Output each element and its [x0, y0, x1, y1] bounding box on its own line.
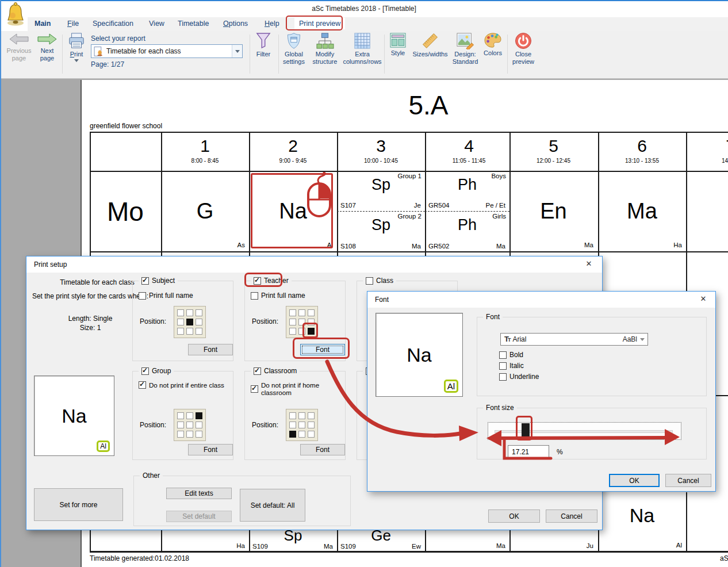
period-header: 512:00 - 12:45 [509, 132, 597, 171]
card-preview: Na Al [376, 313, 463, 397]
set-default-button[interactable]: Set default [166, 511, 232, 522]
menu-item-specification[interactable]: Specification [93, 20, 133, 28]
menu-item-main[interactable]: Main [35, 20, 51, 28]
teacher-font-button[interactable]: Font [300, 344, 345, 355]
font-dialog: Font ✕ Na Al Font TT Arial AaBl Bold Ita… [367, 291, 716, 492]
lesson-cell[interactable]: Ge S109 Ew [337, 528, 425, 551]
print-button[interactable]: Print [64, 32, 89, 62]
lesson-cell[interactable]: Sp S109 Ma [249, 528, 337, 551]
period-header: 18:00 - 8:45 [161, 132, 249, 171]
report-select-label: Select your report [91, 35, 145, 43]
teacher-position-grid[interactable] [286, 306, 318, 338]
edit-texts-button[interactable]: Edit texts [166, 488, 232, 499]
other-group: Other Edit texts Set default Set default… [133, 476, 351, 526]
lesson-cell[interactable]: G As [161, 171, 249, 251]
menu-item-timetable[interactable]: Timetable [178, 20, 209, 28]
close-icon[interactable]: ✕ [697, 294, 710, 305]
classroom-font-button[interactable]: Font [300, 444, 345, 455]
filter-button[interactable]: Filter [251, 32, 276, 58]
modify-structure-button[interactable]: Modifystructure [308, 32, 342, 66]
lesson-cell[interactable]: Na Al [598, 492, 686, 551]
slider-thumb[interactable] [522, 423, 530, 439]
footer-generated: Timetable generated:01.02.2018 [90, 554, 189, 562]
group-position-grid[interactable] [174, 409, 206, 441]
window-border-left [0, 0, 1, 567]
lesson-cell[interactable]: Ma Ha [598, 171, 686, 251]
report-select-dropdown-button[interactable] [232, 45, 242, 58]
period-header: 714:00 - [687, 132, 728, 171]
lesson-cell[interactable]: En Ma [509, 171, 597, 251]
period-header: 411:05 - 11:45 [425, 132, 513, 171]
school-name: greenfield flower school [90, 122, 162, 130]
extra-columns-rows-button[interactable]: Extracolumns/rows [343, 32, 382, 66]
teacher-fullname-checkbox[interactable] [251, 292, 258, 300]
report-icon [94, 47, 104, 56]
lesson-cell[interactable]: Ma [425, 529, 509, 551]
group-checkbox[interactable] [141, 367, 149, 375]
font-sample: AaBl [623, 335, 637, 343]
set-for-more-button[interactable]: Set for more [34, 488, 123, 521]
font-size-input[interactable] [508, 445, 549, 458]
teacher-checkbox[interactable] [254, 277, 261, 285]
report-select[interactable]: Timetable for each class [91, 44, 243, 58]
dialog-title-bar: Font ✕ [367, 292, 715, 308]
bold-checkbox[interactable] [499, 351, 507, 359]
menu-item-help[interactable]: Help [265, 20, 279, 28]
style-button[interactable]: Style [386, 32, 409, 57]
font-size-slider[interactable] [488, 422, 681, 440]
subject-position-grid[interactable] [174, 306, 206, 338]
sizes-widths-button[interactable]: Sizes/widths [411, 32, 450, 58]
menu-item-options[interactable]: Options [223, 20, 248, 28]
classroom-checkbox[interactable] [254, 367, 261, 375]
font-group: Font TT Arial AaBl Bold Italic Underline [477, 317, 707, 396]
design-standard-button[interactable]: Design:Standard [451, 32, 480, 66]
palette-icon [484, 32, 502, 48]
ok-button[interactable]: OK [609, 474, 660, 487]
italic-checkbox[interactable] [499, 362, 507, 370]
card-preview: Na Al [34, 376, 114, 456]
lesson-cell-split[interactable]: Boys Ph GR504 Pe / Et Girls Ph GR502 Ma [425, 171, 509, 251]
set-default-all-button[interactable]: Set default: All [240, 489, 305, 522]
window-title: aSc Timetables 2018 - [Timetable] [0, 0, 728, 13]
classroom-position-grid[interactable] [286, 409, 318, 441]
colors-button[interactable]: Colors [481, 32, 505, 57]
lesson-cell[interactable]: Ha [161, 529, 249, 551]
printer-icon [68, 32, 85, 49]
close-icon[interactable]: ✕ [583, 259, 595, 270]
underline-checkbox[interactable] [499, 373, 507, 381]
separator [278, 35, 279, 74]
chevron-down-icon [74, 59, 79, 62]
previous-page-button[interactable]: Previouspage [3, 32, 35, 62]
shield-icon [286, 32, 302, 49]
close-preview-button[interactable]: Closepreview [509, 32, 537, 66]
menu-item-view[interactable]: View [149, 20, 164, 28]
class-checkbox[interactable] [366, 277, 373, 285]
subject-fullname-checkbox[interactable] [139, 292, 146, 300]
font-select-dropdown-button[interactable] [637, 334, 647, 345]
font-size-group: Font size % [477, 408, 707, 459]
lesson-cell[interactable]: Ju [509, 529, 597, 551]
power-icon [515, 32, 532, 49]
lesson-cell-split[interactable]: Group 1 Sp S107 Je Group 2 Sp S108 Ma [337, 171, 425, 251]
app-logo-bell-icon [5, 1, 26, 28]
menu-item-file[interactable]: File [67, 20, 79, 28]
period-header: 613:10 - 13:55 [598, 132, 686, 171]
group-entire-class-checkbox[interactable] [139, 381, 146, 389]
teacher-highlight: Al [444, 380, 458, 393]
separator [62, 35, 63, 74]
font-family-value: Arial [509, 335, 622, 343]
next-page-button[interactable]: Nextpage [35, 32, 60, 62]
subject-font-button[interactable]: Font [188, 344, 233, 355]
font-family-select[interactable]: TT Arial AaBl [500, 333, 648, 346]
menu-item-print-preview[interactable]: Print preview [294, 18, 345, 29]
group-font-button[interactable]: Font [188, 444, 233, 455]
grid-line [686, 492, 687, 552]
ok-button[interactable]: OK [488, 509, 540, 523]
grid-line [90, 551, 728, 553]
classroom-home-checkbox[interactable] [251, 385, 258, 393]
cancel-button[interactable]: Cancel [665, 474, 711, 487]
chevron-down-icon [235, 50, 240, 53]
cancel-button[interactable]: Cancel [546, 509, 597, 523]
subject-checkbox[interactable] [141, 277, 149, 285]
global-settings-button[interactable]: Globalsettings [281, 32, 307, 66]
